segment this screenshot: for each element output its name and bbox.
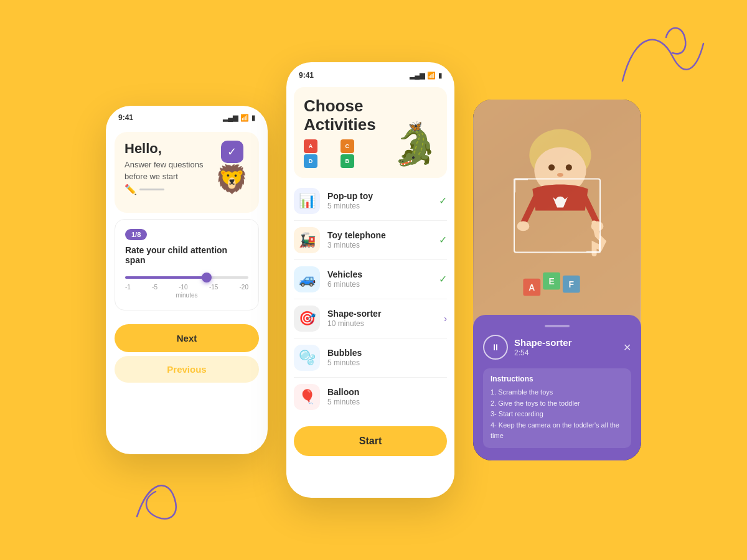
svg-point-4 — [566, 164, 572, 170]
block-a: A — [304, 139, 317, 153]
slider-thumb[interactable] — [202, 273, 212, 282]
status-icons-1: ▂▄▆ 📶 ▮ — [223, 114, 255, 122]
popup-toy-icon: 📊 — [294, 188, 320, 214]
status-bar-2: 9:41 ▂▄▆ 📶 ▮ — [286, 62, 454, 83]
activity-list: 📊 Pop-up toy 5 minutes ✓ 🚂 Toy telephone… — [286, 178, 454, 420]
hero-section: Hello, Answer few questions before we st… — [115, 132, 259, 213]
status-bar-1: 9:41 ▂▄▆ 📶 ▮ — [106, 106, 268, 127]
svg-text:E: E — [548, 276, 554, 286]
activities-hero: Choose Activities A C D B 🦋 🐊 — [294, 87, 447, 178]
hero-subtitle: Answer few questions before we start — [125, 159, 215, 182]
battery-icon-1: ▮ — [251, 114, 255, 122]
battery-icon-2: ▮ — [438, 72, 442, 80]
activities-title-wrap: Choose Activities A C D B — [304, 97, 376, 168]
balloon-icon: 🎈 — [294, 384, 320, 410]
activity-name-4: Bubbles — [327, 348, 439, 358]
camera-view: A E F — [473, 100, 641, 334]
block-c: C — [341, 139, 354, 153]
bubbles-icon: 🫧 — [294, 345, 320, 371]
activity-name-5: Balloon — [327, 387, 439, 397]
list-item[interactable]: 🎯 Shape-sorter 10 minutes › — [294, 299, 447, 338]
player-left: ⏸ Shape-sorter 2:54 — [483, 335, 572, 360]
activity-duration-4: 5 minutes — [327, 358, 439, 367]
svg-point-3 — [548, 164, 555, 170]
phone-3: A E F ⏸ Shape-sorter 2:54 ✕ — [473, 100, 641, 460]
list-item[interactable]: 📊 Pop-up toy 5 minutes ✓ — [294, 182, 447, 221]
close-button[interactable]: ✕ — [623, 342, 631, 353]
phone-2: 9:41 ▂▄▆ 📶 ▮ Choose Activities A C D B — [286, 62, 454, 498]
pencil-icon: ✏️ — [125, 184, 137, 195]
play-pause-button[interactable]: ⏸ — [483, 335, 508, 360]
activity-name-0: Pop-up toy — [327, 191, 431, 201]
check-badge: ✓ — [221, 141, 243, 163]
activity-duration-0: 5 minutes — [327, 202, 431, 210]
shape-sorter-icon: 🎯 — [294, 306, 320, 332]
time-1: 9:41 — [118, 113, 133, 122]
activities-title: Choose Activities — [304, 97, 376, 134]
previous-button[interactable]: Previous — [115, 356, 259, 383]
activity-duration-1: 3 minutes — [327, 241, 431, 250]
hero-right: ✓ 🦁 — [215, 141, 249, 193]
pencil-row: ✏️ — [125, 184, 215, 195]
player-time: 2:54 — [514, 348, 572, 357]
activity-name-3: Shape-sorter — [327, 309, 436, 319]
hero-text: Hello, Answer few questions before we st… — [125, 141, 215, 195]
check-icon-1: ✓ — [439, 234, 447, 246]
slider-unit: minutes — [125, 292, 248, 299]
activity-illustration: 🦋 🐊 — [393, 119, 437, 168]
question-text: Rate your child attention span — [125, 245, 248, 265]
label-1: -1 — [125, 284, 131, 291]
drag-handle[interactable] — [545, 325, 570, 327]
activity-name-2: Vehicles — [327, 269, 431, 279]
lion-emoji: 🦁 — [215, 166, 249, 193]
instructions-section: Instructions 1. Scramble the toys 2. Giv… — [483, 368, 631, 448]
instruction-2: 2. Give the toys to the toddler — [491, 398, 624, 409]
phone-1: 9:41 ▂▄▆ 📶 ▮ Hello, Answer few questions… — [106, 106, 268, 454]
butterfly-icon: 🦋 — [408, 119, 422, 133]
player-header: ⏸ Shape-sorter 2:54 ✕ — [483, 335, 631, 360]
question-card: 1/8 Rate your child attention span -1 -5… — [115, 219, 259, 310]
list-item[interactable]: 🎈 Balloon 5 minutes — [294, 378, 447, 416]
start-button[interactable]: Start — [294, 426, 447, 456]
player-panel: ⏸ Shape-sorter 2:54 ✕ Instructions 1. Sc… — [473, 315, 641, 460]
list-item[interactable]: 🫧 Bubbles 5 minutes — [294, 338, 447, 378]
time-2: 9:41 — [299, 71, 314, 80]
instructions-title: Instructions — [491, 375, 624, 383]
label-20: -20 — [240, 284, 248, 291]
instruction-4: 4- Keep the camera on the toddler's all … — [491, 420, 624, 442]
wifi-icon-2: 📶 — [427, 72, 436, 80]
svg-point-5 — [557, 173, 563, 177]
status-icons-2: ▂▄▆ 📶 ▮ — [410, 72, 442, 80]
activity-info-3: Shape-sorter 10 minutes — [327, 309, 436, 328]
toy-telephone-icon: 🚂 — [294, 227, 320, 253]
player-title: Shape-sorter — [514, 337, 572, 348]
activity-info-4: Bubbles 5 minutes — [327, 348, 439, 367]
activities-title-line2: Activities — [304, 115, 376, 134]
next-button[interactable]: Next — [115, 324, 259, 352]
slider-container[interactable]: -1 -5 -10 -15 -20 minutes — [125, 274, 248, 301]
svg-text:F: F — [569, 279, 574, 289]
player-info: Shape-sorter 2:54 — [514, 337, 572, 357]
blocks-grid: A C D B — [304, 139, 376, 168]
activity-info-1: Toy telephone 3 minutes — [327, 230, 431, 250]
label-5: -5 — [152, 284, 157, 291]
check-icon-0: ✓ — [439, 195, 447, 207]
question-counter: 1/8 — [125, 229, 147, 240]
vehicles-icon: 🚙 — [294, 266, 320, 292]
activity-info-0: Pop-up toy 5 minutes — [327, 191, 431, 210]
chevron-icon-3: › — [444, 314, 447, 324]
block-d: D — [304, 154, 317, 168]
activity-duration-5: 5 minutes — [327, 398, 439, 406]
activity-name-1: Toy telephone — [327, 230, 431, 240]
activity-duration-3: 10 minutes — [327, 319, 436, 328]
signal-icon-1: ▂▄▆ — [223, 114, 238, 122]
instruction-1: 1. Scramble the toys — [491, 387, 624, 398]
block-b: B — [341, 154, 354, 168]
label-15: -15 — [209, 284, 218, 291]
instruction-3: 3- Start recording — [491, 409, 624, 420]
list-item[interactable]: 🚂 Toy telephone 3 minutes ✓ — [294, 221, 447, 260]
slider-labels: -1 -5 -10 -15 -20 — [125, 284, 248, 291]
wifi-icon-1: 📶 — [240, 114, 249, 122]
activities-title-line1: Choose — [304, 96, 363, 115]
list-item[interactable]: 🚙 Vehicles 6 minutes ✓ — [294, 260, 447, 299]
